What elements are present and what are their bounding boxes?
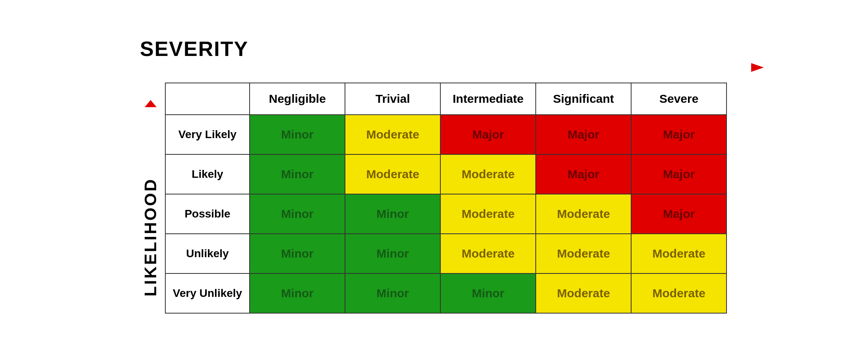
svg-marker-1 <box>751 63 764 72</box>
row-label-possible: Possible <box>165 194 250 234</box>
table-row: Very UnlikelyMinorMinorMinorModerateMode… <box>165 273 727 313</box>
likelihood-title: LIKELIHOOD <box>141 178 160 296</box>
risk-cell: Minor <box>250 273 345 313</box>
severity-arrow <box>136 63 764 72</box>
risk-cell: Major <box>536 154 631 194</box>
risk-cell: Major <box>631 115 727 154</box>
risk-cell: Moderate <box>440 154 536 194</box>
risk-cell: Moderate <box>536 273 631 313</box>
risk-cell: Minor <box>440 273 536 313</box>
col-header-significant: Significant <box>536 83 631 115</box>
page-container: SEVERITY <box>56 37 812 321</box>
risk-cell: Minor <box>250 234 345 273</box>
header-row: Negligible Trivial Intermediate Signific… <box>165 83 727 115</box>
svg-marker-3 <box>145 100 157 107</box>
risk-cell: Moderate <box>536 234 631 273</box>
risk-cell: Moderate <box>345 115 440 154</box>
table-row: PossibleMinorMinorModerateModerateMajor <box>165 194 727 234</box>
col-header-negligible: Negligible <box>250 83 345 115</box>
col-header-trivial: Trivial <box>345 83 440 115</box>
risk-cell: Major <box>631 194 727 234</box>
row-label-very-likely: Very Likely <box>165 115 250 154</box>
row-label-likely: Likely <box>165 154 250 194</box>
table-row: LikelyMinorModerateModerateMajorMajor <box>165 154 727 194</box>
risk-cell: Major <box>631 154 727 194</box>
risk-cell: Moderate <box>345 154 440 194</box>
risk-cell: Moderate <box>440 234 536 273</box>
table-row: Very LikelyMinorModerateMajorMajorMajor <box>165 115 727 154</box>
risk-table: Negligible Trivial Intermediate Signific… <box>165 83 727 314</box>
risk-cell: Minor <box>345 194 440 234</box>
risk-cell: Minor <box>250 194 345 234</box>
risk-cell: Moderate <box>631 273 727 313</box>
risk-cell: Minor <box>250 115 345 154</box>
col-header-severe: Severe <box>631 83 727 115</box>
likelihood-arrow-svg <box>145 100 157 171</box>
likelihood-axis: LIKELIHOOD <box>141 75 160 321</box>
col-header-intermediate: Intermediate <box>440 83 536 115</box>
risk-cell: Minor <box>345 273 440 313</box>
row-label-unlikely: Unlikely <box>165 234 250 273</box>
risk-cell: Moderate <box>631 234 727 273</box>
risk-cell: Major <box>536 115 631 154</box>
corner-cell <box>165 83 250 115</box>
main-layout: LIKELIHOOD Negligible Trivial Intermedia… <box>141 75 727 321</box>
severity-title: SEVERITY <box>140 37 248 61</box>
risk-cell: Minor <box>250 154 345 194</box>
row-label-very-unlikely: Very Unlikely <box>165 273 250 313</box>
risk-cell: Moderate <box>440 194 536 234</box>
risk-cell: Major <box>440 115 536 154</box>
severity-header: SEVERITY <box>56 37 812 72</box>
risk-cell: Moderate <box>536 194 631 234</box>
risk-cell: Minor <box>345 234 440 273</box>
table-row: UnlikelyMinorMinorModerateModerateModera… <box>165 234 727 273</box>
